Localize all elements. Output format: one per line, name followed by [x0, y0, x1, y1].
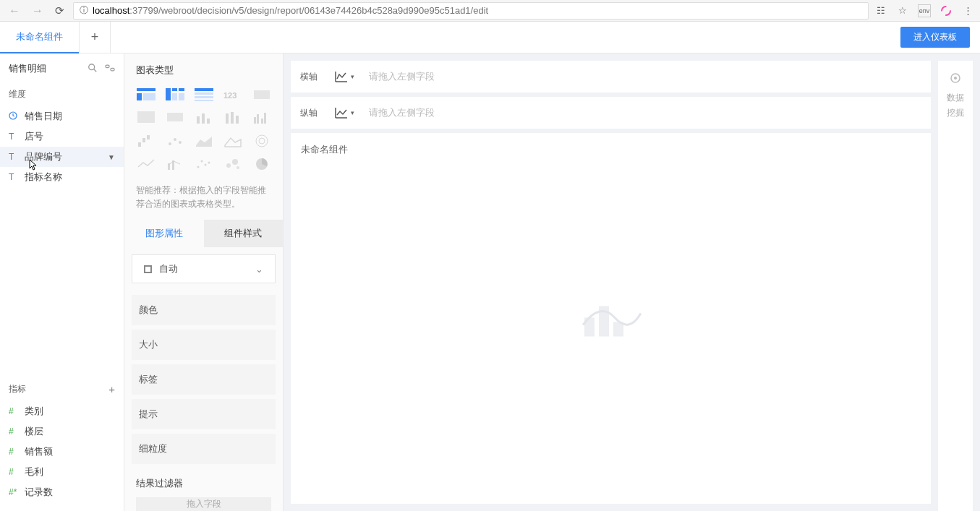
- info-icon: ⓘ: [80, 4, 88, 17]
- svg-rect-27: [236, 116, 239, 124]
- dim-store-number[interactable]: T 店号: [0, 126, 124, 147]
- ct-bubble-icon[interactable]: [223, 156, 244, 172]
- ext-env-icon[interactable]: env: [918, 4, 931, 17]
- text-icon: T: [9, 132, 19, 142]
- measure-floor[interactable]: # 楼层: [0, 421, 124, 442]
- ct-waterfall-icon[interactable]: [136, 133, 158, 149]
- ct-pie-icon[interactable]: [252, 156, 273, 172]
- tab-unnamed-widget[interactable]: 未命名组件: [0, 22, 79, 53]
- translate-icon[interactable]: ☷: [874, 4, 887, 17]
- back-icon[interactable]: ←: [6, 4, 23, 17]
- prop-size[interactable]: 大小: [132, 325, 276, 360]
- ext-circle-icon[interactable]: [939, 4, 953, 17]
- ct-gauge-icon[interactable]: [252, 87, 273, 103]
- ct-detail-table-icon[interactable]: [194, 87, 216, 103]
- svg-rect-17: [195, 100, 213, 101]
- forward-icon[interactable]: →: [29, 4, 46, 17]
- field-label: 毛利: [25, 465, 115, 478]
- prop-granularity[interactable]: 细粒度: [132, 429, 276, 464]
- prop-label[interactable]: 标签: [132, 360, 276, 395]
- prop-tooltip[interactable]: 提示: [132, 395, 276, 429]
- tab-component-style[interactable]: 组件样式: [204, 220, 284, 247]
- enter-dashboard-button[interactable]: 进入仪表板: [900, 27, 970, 48]
- field-label: 楼层: [25, 425, 115, 438]
- measure-profit[interactable]: # 毛利: [0, 462, 124, 482]
- ct-line-icon[interactable]: [136, 156, 158, 172]
- x-axis-row[interactable]: 横轴 ▾ 请拖入左侧字段: [291, 61, 931, 93]
- result-filter-dropzone[interactable]: 拖入字段: [136, 497, 271, 511]
- ct-multi-column-icon[interactable]: [252, 110, 273, 126]
- svg-rect-14: [195, 88, 213, 91]
- svg-rect-32: [138, 142, 141, 147]
- tabs-left: 未命名组件 +: [0, 22, 111, 53]
- browser-right-icons: ☷ ☆ env ⋮: [874, 4, 974, 17]
- count-icon: #*: [9, 487, 19, 497]
- ct-group-table-icon[interactable]: [136, 87, 158, 103]
- right-rail-label1[interactable]: 数据: [947, 92, 964, 104]
- ct-cross-table-icon[interactable]: [165, 87, 187, 103]
- field-panel: 销售明细 维度 销售日期 T 店号 T 品牌编号: [0, 53, 124, 511]
- svg-rect-29: [257, 114, 259, 124]
- data-mining-icon[interactable]: [950, 72, 961, 86]
- widget-area[interactable]: 未命名组件: [291, 133, 931, 504]
- url-bar[interactable]: ⓘ localhost:37799/webroot/decision/v5/de…: [73, 2, 869, 20]
- svg-rect-10: [172, 88, 177, 91]
- svg-rect-33: [142, 138, 145, 142]
- ct-dot-icon[interactable]: [165, 133, 187, 149]
- tab-add-button[interactable]: +: [79, 22, 111, 53]
- svg-point-54: [954, 77, 957, 80]
- measure-record-count[interactable]: #* 记录数: [0, 482, 124, 502]
- svg-rect-16: [195, 96, 213, 98]
- right-rail-label2[interactable]: 挖掘: [947, 107, 964, 119]
- ct-area2-icon[interactable]: [223, 133, 244, 149]
- svg-rect-7: [137, 93, 142, 100]
- svg-point-43: [201, 160, 203, 163]
- star-icon[interactable]: ☆: [896, 4, 909, 17]
- measure-category[interactable]: # 类别: [0, 401, 124, 421]
- ct-column-icon[interactable]: [194, 110, 216, 126]
- chart-type-desc: 智能推荐：根据拖入的字段智能推荐合适的图表或表格类型。: [124, 178, 283, 220]
- ct-wordcloud-icon[interactable]: [165, 110, 187, 126]
- reload-icon[interactable]: ⟳: [52, 4, 67, 17]
- ct-partition-icon[interactable]: [136, 110, 158, 126]
- menu-icon[interactable]: ⋮: [961, 4, 974, 17]
- svg-rect-26: [231, 112, 234, 124]
- x-axis-label: 横轴: [291, 71, 327, 83]
- ct-stacked-column-icon[interactable]: [223, 110, 244, 126]
- svg-point-38: [256, 135, 268, 147]
- search-icon[interactable]: [88, 63, 98, 75]
- prop-color[interactable]: 颜色: [132, 291, 276, 325]
- dim-brand-number[interactable]: T 品牌编号 ▼: [0, 147, 124, 167]
- right-rail: 数据 挖掘: [938, 61, 973, 511]
- ct-area-icon[interactable]: [194, 133, 216, 149]
- prop-label: 细粒度: [139, 442, 167, 455]
- widget-title: 未命名组件: [301, 143, 921, 156]
- x-axis-type-icon[interactable]: ▾: [327, 70, 356, 83]
- svg-rect-8: [143, 93, 155, 100]
- ct-combo-icon[interactable]: [165, 156, 187, 172]
- text-icon: T: [9, 152, 19, 162]
- dim-sales-date[interactable]: 销售日期: [0, 106, 124, 126]
- browser-bar: ← → ⟳ ⓘ localhost:37799/webroot/decision…: [0, 0, 980, 22]
- link-icon[interactable]: [105, 63, 115, 75]
- ct-scatter-icon[interactable]: [194, 156, 216, 172]
- tab-shape-properties[interactable]: 图形属性: [124, 220, 204, 247]
- caret-down-icon[interactable]: ▼: [108, 153, 115, 161]
- ct-radar-icon[interactable]: [252, 133, 273, 149]
- y-axis-type-icon[interactable]: ▾: [327, 106, 356, 119]
- y-axis-row[interactable]: 纵轴 ▾ 请拖入左侧字段: [291, 97, 931, 129]
- property-tabs: 图形属性 组件样式: [124, 220, 283, 247]
- dim-indicator-name[interactable]: T 指标名称: [0, 167, 124, 187]
- svg-rect-23: [202, 113, 205, 124]
- caret-down-icon: ▾: [351, 73, 354, 80]
- add-measure-button[interactable]: +: [108, 383, 115, 395]
- number-icon: #: [9, 467, 19, 477]
- svg-point-47: [232, 159, 238, 165]
- prop-auto-row[interactable]: 自动 ⌄: [132, 254, 276, 283]
- ct-kpi-card-icon[interactable]: 123: [223, 87, 244, 103]
- canvas-area: 横轴 ▾ 请拖入左侧字段 纵轴 ▾ 请拖入左侧字段 未命名组件: [284, 53, 980, 511]
- measure-sales[interactable]: # 销售额: [0, 442, 124, 462]
- svg-rect-30: [261, 119, 263, 124]
- field-label: 记录数: [25, 486, 115, 499]
- dimension-header-label: 维度: [9, 88, 26, 100]
